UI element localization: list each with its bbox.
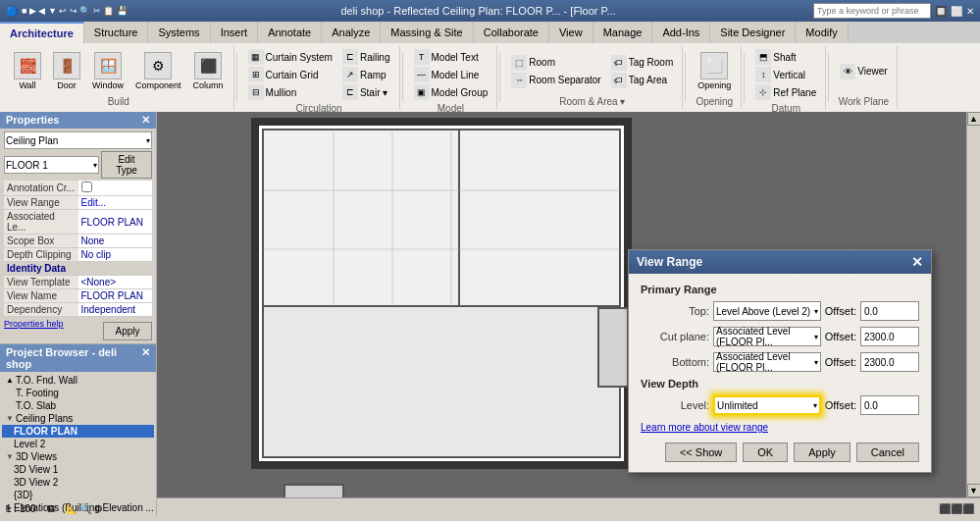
- ribbon-item-component[interactable]: ⚙ Component: [131, 50, 185, 92]
- ribbon-item-model-text[interactable]: TModel Text: [411, 48, 491, 66]
- minimize-btn[interactable]: 🔲: [935, 6, 947, 17]
- tab-massing[interactable]: Massing & Site: [381, 22, 473, 43]
- ribbon-item-viewer[interactable]: 👁Viewer: [837, 63, 890, 80]
- tab-collaborate[interactable]: Collaborate: [474, 22, 549, 43]
- view-range-value[interactable]: Edit...: [78, 196, 153, 210]
- ribbon-item-curtain-system[interactable]: ▦Curtain System: [245, 48, 335, 66]
- pb-item-footing[interactable]: T. Footing: [2, 387, 154, 399]
- ribbon-item-ramp[interactable]: ↗Ramp: [339, 66, 393, 83]
- ribbon-item-mullion[interactable]: ⊟Mullion: [245, 83, 335, 101]
- tab-architecture[interactable]: Architecture: [0, 22, 84, 43]
- top-offset-label: Offset:: [825, 305, 856, 317]
- scroll-up-btn[interactable]: ▲: [967, 112, 981, 126]
- project-browser-close[interactable]: ✕: [141, 346, 150, 370]
- show-btn[interactable]: << Show: [665, 443, 737, 462]
- tab-annotate[interactable]: Annotate: [258, 22, 322, 43]
- ribbon-item-curtain-grid[interactable]: ⊞Curtain Grid: [245, 66, 335, 83]
- ribbon-item-tag-area[interactable]: 🏷Tag Area: [608, 72, 677, 89]
- tab-structure[interactable]: Structure: [84, 22, 149, 43]
- ribbon-item-model-group[interactable]: ▣Model Group: [411, 83, 491, 101]
- cancel-btn[interactable]: Cancel: [856, 443, 919, 462]
- scroll-down-btn[interactable]: ▼: [967, 484, 981, 497]
- pb-3d-views[interactable]: ▼ 3D Views: [2, 450, 154, 463]
- model-text-icon: T: [414, 49, 430, 65]
- right-scrollbar[interactable]: ▲ ▼: [966, 112, 980, 497]
- edit-type-button[interactable]: Edit Type: [101, 151, 152, 179]
- ribbon-group-workplane: 👁Viewer Work Plane: [831, 46, 897, 109]
- ribbon-item-ref-plane[interactable]: ⊹Ref Plane: [752, 83, 819, 101]
- tab-systems[interactable]: Systems: [148, 22, 210, 43]
- annotation-crop-row: Annotation Cr...: [4, 181, 152, 196]
- opening-group-label: Opening: [696, 94, 733, 107]
- ribbon-item-railing[interactable]: ⊏Railing: [339, 48, 393, 66]
- plan-select[interactable]: FLOOR 1 ▾: [4, 156, 99, 174]
- bottom-select[interactable]: Associated Level (FLOOR Pl... ▾: [713, 352, 821, 372]
- ribbon-item-room-separator[interactable]: ╌Room Separator: [508, 72, 603, 89]
- pb-3d-view-1[interactable]: 3D View 1: [2, 463, 154, 476]
- ribbon-item-stair[interactable]: ⊏Stair ▾: [339, 83, 393, 101]
- ribbon-item-door[interactable]: 🚪 Door: [49, 50, 84, 92]
- level-select[interactable]: Unlimited ▾: [713, 395, 821, 415]
- cut-offset-label: Offset:: [825, 331, 856, 342]
- tab-addins[interactable]: Add-Ins: [652, 22, 710, 43]
- learn-more-link[interactable]: Learn more about view range: [641, 422, 768, 433]
- ribbon-item-tag-room[interactable]: 🏷Tag Room: [608, 54, 677, 72]
- annotation-crop-check[interactable]: [81, 182, 92, 192]
- curtain-grid-icon: ⊞: [248, 67, 264, 82]
- tab-analyze[interactable]: Analyze: [322, 22, 381, 43]
- room-group-label: Room & Area ▾: [559, 94, 625, 107]
- top-select[interactable]: Level Above (Level 2) ▾: [713, 301, 821, 321]
- pb-item-fnd-wall[interactable]: ▲ T.O. Fnd. Wall: [2, 374, 154, 387]
- pb-item-slab[interactable]: T.O. Slab: [2, 399, 154, 412]
- room-separator-icon: ╌: [511, 73, 527, 88]
- tab-view[interactable]: View: [549, 22, 593, 43]
- tab-manage[interactable]: Manage: [593, 22, 653, 43]
- tab-sitedesigner[interactable]: Site Designer: [710, 22, 796, 43]
- level-offset-input[interactable]: [860, 395, 919, 415]
- build-group-label: Build: [108, 94, 129, 107]
- properties-apply-btn[interactable]: Apply: [103, 322, 152, 340]
- maximize-btn[interactable]: ⬜: [951, 6, 962, 17]
- ribbon-item-window[interactable]: 🪟 Window: [88, 50, 128, 92]
- pb-level-2[interactable]: Level 2: [2, 438, 154, 450]
- tab-insert[interactable]: Insert: [211, 22, 259, 43]
- pb-ceiling-plans[interactable]: ▼ Ceiling Plans: [2, 412, 154, 425]
- ok-btn[interactable]: OK: [743, 443, 788, 462]
- view-type-select[interactable]: Ceiling Plan ▾: [4, 131, 152, 149]
- ribbon-item-shaft[interactable]: ⬒Shaft: [752, 48, 819, 66]
- bottom-offset-input[interactable]: [860, 352, 919, 372]
- view-range-label: View Range: [4, 196, 78, 210]
- view-depth-label: View Depth: [641, 378, 919, 390]
- ribbon-item-wall[interactable]: 🧱 Wall: [10, 50, 45, 92]
- dialog-close-btn[interactable]: ✕: [911, 254, 923, 270]
- annotation-crop-value[interactable]: [78, 181, 153, 196]
- search-input[interactable]: [813, 3, 931, 19]
- properties-close-btn[interactable]: ✕: [141, 114, 150, 127]
- dialog-apply-btn[interactable]: Apply: [794, 443, 851, 462]
- model-icon: 🖥: [46, 503, 56, 514]
- canvas-area[interactable]: View Range ✕ Primary Range Top: Level Ab…: [157, 112, 980, 497]
- ribbon-item-model-line[interactable]: —Model Line: [411, 66, 491, 83]
- associated-level-value: FLOOR PLAN: [78, 210, 153, 234]
- cut-select[interactable]: Associated Level (FLOOR Pl... ▾: [713, 327, 821, 346]
- cut-offset-input[interactable]: [860, 327, 919, 346]
- ribbon-item-opening[interactable]: ⬜ Opening: [694, 50, 735, 92]
- ribbon-item-column[interactable]: ⬛ Column: [189, 50, 228, 92]
- room-icon: ⬚: [511, 55, 527, 71]
- pb-3d-view-2[interactable]: 3D View 2: [2, 476, 154, 489]
- main-content: Properties ✕ Ceiling Plan ▾ FLOOR 1 ▾ Ed…: [0, 112, 980, 497]
- ribbon-item-vertical[interactable]: ↕Vertical: [752, 66, 819, 83]
- scale-indicator: 1 : 100: [6, 503, 36, 514]
- close-btn[interactable]: ✕: [966, 6, 974, 17]
- dependency-row: Dependency Independent: [4, 303, 152, 317]
- properties-help-link[interactable]: Properties help: [4, 319, 64, 340]
- properties-header: Properties ✕: [0, 112, 156, 129]
- pb-floor-plan[interactable]: FLOOR PLAN: [2, 425, 154, 438]
- scope-box-row: Scope Box None: [4, 234, 152, 248]
- top-label: Top:: [641, 305, 709, 317]
- pb-3d[interactable]: {3D}: [2, 489, 154, 501]
- top-offset-input[interactable]: [860, 301, 919, 321]
- ribbon-item-room[interactable]: ⬚Room: [508, 54, 603, 72]
- tab-modify[interactable]: Modify: [796, 22, 848, 43]
- dialog-title-bar[interactable]: View Range ✕: [629, 250, 931, 274]
